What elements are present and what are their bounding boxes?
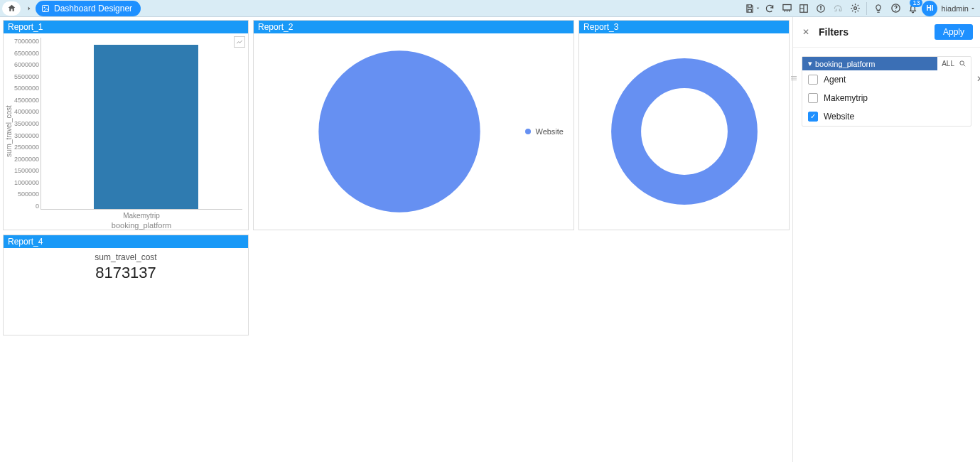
svg-point-8 — [895, 10, 896, 11]
panel-body: Website — [254, 33, 574, 230]
panel-header: Report_1 — [4, 21, 248, 33]
git-button[interactable] — [812, 0, 829, 17]
panel-body: sum_travel_cost 8173137 — [4, 248, 248, 335]
option-label: Website — [824, 112, 854, 122]
apply-button[interactable]: Apply — [935, 24, 973, 40]
svg-rect-0 — [43, 5, 49, 11]
bar-makemytrip[interactable] — [94, 45, 198, 209]
row-1: Report_1 sum_travel_cost 700000065000006… — [3, 20, 790, 230]
panel-header: Report_3 — [579, 21, 789, 33]
checkbox-checked[interactable] — [808, 112, 818, 122]
panel-header: Report_2 — [254, 21, 574, 33]
filter-option-makemytrip[interactable]: Makemytrip — [802, 89, 971, 107]
checkbox-unchecked[interactable] — [808, 75, 818, 85]
donut-svg — [610, 57, 759, 206]
settings-button[interactable] — [846, 0, 863, 17]
filter-option-website[interactable]: Website — [802, 107, 971, 126]
headset-icon — [833, 4, 843, 14]
filter-search-button[interactable] — [959, 60, 966, 68]
filters-panel: ✕ Filters Apply ✕ ▾ booking_platform ALL — [792, 17, 980, 462]
panel-title: Report_3 — [583, 22, 618, 32]
home-button[interactable] — [2, 1, 21, 16]
breadcrumb-separator[interactable] — [23, 1, 36, 16]
filters-header: ✕ Filters Apply — [793, 17, 980, 48]
home-icon — [7, 4, 16, 13]
x-axis-title: booking_platform — [41, 221, 242, 230]
filter-group-title[interactable]: ▾ booking_platform — [802, 57, 937, 70]
drag-icon — [790, 74, 798, 82]
breadcrumb-label: Dashboard Designer — [54, 4, 132, 14]
close-filters-button[interactable]: ✕ — [800, 27, 812, 37]
chevron-down-icon — [755, 6, 760, 11]
bar-chart: sum_travel_cost 700000065000006000000550… — [4, 33, 248, 230]
git-icon — [816, 4, 826, 14]
help-button[interactable] — [887, 0, 904, 17]
filter-all-label[interactable]: ALL — [942, 60, 954, 68]
user-avatar[interactable]: HI — [921, 0, 938, 17]
notifications-button[interactable]: 13 — [904, 0, 921, 17]
search-icon — [959, 60, 966, 68]
layout-button[interactable] — [795, 0, 812, 17]
kpi-label: sum_travel_cost — [4, 252, 248, 262]
remove-filter-button[interactable]: ✕ — [976, 74, 980, 84]
y-axis-ticks: 7000000650000060000005500000500000045000… — [14, 33, 41, 230]
panel-body — [579, 33, 789, 230]
breadcrumb-dashboard-designer[interactable]: Dashboard Designer — [36, 1, 141, 16]
filters-title: Filters — [819, 26, 849, 38]
x-tick-label: Makemytrip — [41, 212, 242, 220]
panel-body: sum_travel_cost 700000065000006000000550… — [4, 33, 248, 230]
user-menu[interactable]: hiadmin — [941, 4, 976, 13]
help-icon — [890, 3, 901, 14]
pie-slice-website[interactable] — [318, 50, 480, 212]
toolbar-actions: 13 HI hiadmin — [744, 0, 980, 16]
panel-report-1[interactable]: Report_1 sum_travel_cost 700000065000006… — [3, 20, 249, 230]
option-label: Agent — [824, 75, 846, 85]
layout-icon — [799, 4, 809, 14]
gear-icon — [850, 3, 861, 14]
caret-down-icon: ▾ — [808, 59, 812, 68]
filter-option-agent[interactable]: Agent — [802, 70, 971, 89]
chevron-right-icon — [26, 5, 33, 12]
donut-slice-website[interactable] — [626, 73, 743, 190]
headset-button-disabled — [829, 0, 846, 17]
plot-area: Makemytrip booking_platform — [41, 38, 242, 230]
panel-header: Report_4 — [4, 235, 248, 248]
panel-report-2[interactable]: Report_2 Website — [253, 20, 574, 230]
breadcrumb-area: Dashboard Designer — [0, 0, 141, 16]
checkbox-unchecked[interactable] — [808, 93, 818, 103]
dashboard-canvas: Report_1 sum_travel_cost 700000065000006… — [0, 17, 792, 462]
save-dropdown-button[interactable] — [744, 0, 761, 17]
refresh-button[interactable] — [761, 0, 778, 17]
kpi-value: 8173137 — [4, 264, 248, 282]
filter-group-booking-platform: ✕ ▾ booking_platform ALL Agent Makemytri… — [802, 56, 971, 127]
main-area: Report_1 sum_travel_cost 700000065000006… — [0, 17, 980, 462]
plot-inner — [41, 38, 242, 210]
presentation-icon — [782, 3, 792, 14]
image-icon — [41, 4, 50, 13]
panel-report-3[interactable]: Report_3 — [578, 20, 790, 230]
svg-point-6 — [854, 7, 857, 10]
panel-title: Report_2 — [258, 22, 293, 32]
toolbar-separator — [866, 2, 867, 15]
pie-svg — [317, 49, 482, 214]
username-label: hiadmin — [941, 4, 969, 13]
panel-title: Report_1 — [8, 22, 43, 32]
avatar-initials: HI — [922, 1, 937, 16]
floppy-icon — [745, 4, 755, 14]
chevron-down-icon — [970, 6, 976, 11]
idea-button[interactable] — [870, 0, 887, 17]
option-label: Makemytrip — [824, 93, 868, 103]
legend-swatch — [525, 129, 531, 134]
donut-chart — [579, 33, 789, 230]
svg-rect-2 — [783, 5, 791, 11]
svg-point-5 — [820, 6, 822, 7]
drag-handle[interactable] — [790, 74, 798, 82]
present-button[interactable] — [778, 0, 795, 17]
svg-point-9 — [960, 61, 964, 65]
refresh-icon — [765, 4, 775, 14]
legend-label: Website — [535, 127, 564, 136]
panel-title: Report_4 — [8, 237, 43, 247]
filter-group-label: booking_platform — [815, 60, 875, 68]
panel-report-4[interactable]: Report_4 sum_travel_cost 8173137 — [3, 235, 249, 335]
y-axis-title: sum_travel_cost — [4, 33, 14, 230]
